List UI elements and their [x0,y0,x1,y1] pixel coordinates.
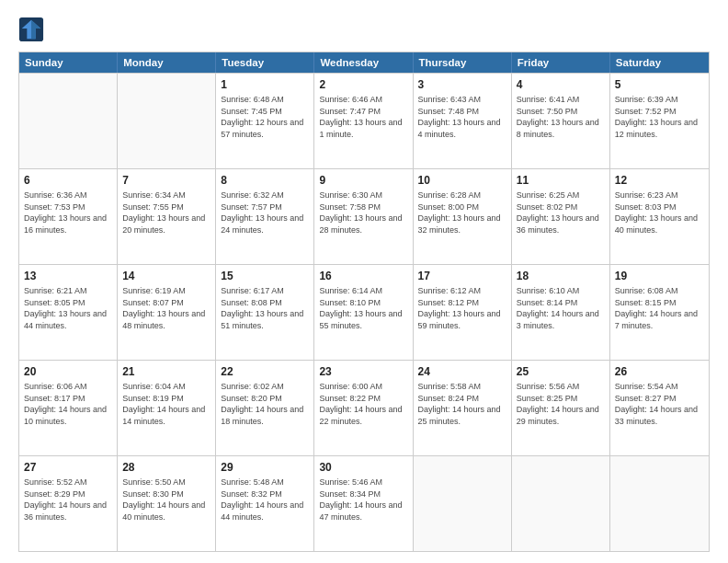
logo-icon [18,17,44,42]
calendar-header-cell: Friday [512,52,610,73]
day-detail: Sunrise: 6:02 AM Sunset: 8:20 PM Dayligh… [221,381,309,427]
calendar-header-cell: Monday [118,52,216,73]
day-number: 2 [319,77,407,92]
day-number: 8 [221,173,309,188]
calendar-body: 1Sunrise: 6:48 AM Sunset: 7:45 PM Daylig… [19,73,709,551]
calendar-cell: 21Sunrise: 6:04 AM Sunset: 8:19 PM Dayli… [118,361,216,455]
day-number: 13 [24,269,112,283]
calendar-cell: 22Sunrise: 6:02 AM Sunset: 8:20 PM Dayli… [216,361,314,455]
calendar-row: 20Sunrise: 6:06 AM Sunset: 8:17 PM Dayli… [19,360,709,455]
day-number: 25 [517,364,605,379]
day-number: 11 [517,173,605,188]
day-number: 14 [122,269,210,283]
day-number: 1 [221,77,309,92]
day-detail: Sunrise: 6:36 AM Sunset: 7:53 PM Dayligh… [24,190,112,236]
day-detail: Sunrise: 6:39 AM Sunset: 7:52 PM Dayligh… [615,94,704,140]
calendar: SundayMondayTuesdayWednesdayThursdayFrid… [18,52,710,552]
calendar-header-cell: Wednesday [314,52,413,73]
day-number: 21 [122,364,210,379]
calendar-cell: 14Sunrise: 6:19 AM Sunset: 8:07 PM Dayli… [118,265,216,360]
day-number: 10 [418,173,506,188]
calendar-cell: 30Sunrise: 5:46 AM Sunset: 8:34 PM Dayli… [314,456,413,551]
calendar-cell: 11Sunrise: 6:25 AM Sunset: 8:02 PM Dayli… [512,169,610,264]
calendar-cell [118,74,216,168]
day-detail: Sunrise: 6:48 AM Sunset: 7:45 PM Dayligh… [221,94,309,140]
calendar-cell: 24Sunrise: 5:58 AM Sunset: 8:24 PM Dayli… [414,361,512,455]
day-number: 12 [615,173,704,188]
calendar-cell: 23Sunrise: 6:00 AM Sunset: 8:22 PM Dayli… [314,361,413,455]
day-detail: Sunrise: 5:48 AM Sunset: 8:32 PM Dayligh… [221,477,309,523]
calendar-cell: 8Sunrise: 6:32 AM Sunset: 7:57 PM Daylig… [216,169,314,264]
day-detail: Sunrise: 6:21 AM Sunset: 8:05 PM Dayligh… [24,285,112,331]
calendar-row: 1Sunrise: 6:48 AM Sunset: 7:45 PM Daylig… [19,73,709,168]
calendar-cell: 18Sunrise: 6:10 AM Sunset: 8:14 PM Dayli… [512,265,610,360]
day-number: 26 [615,364,704,379]
calendar-cell: 13Sunrise: 6:21 AM Sunset: 8:05 PM Dayli… [19,265,118,360]
day-detail: Sunrise: 6:10 AM Sunset: 8:14 PM Dayligh… [517,285,605,331]
calendar-cell: 3Sunrise: 6:43 AM Sunset: 7:48 PM Daylig… [414,74,512,168]
day-detail: Sunrise: 5:46 AM Sunset: 8:34 PM Dayligh… [319,477,407,523]
day-detail: Sunrise: 6:19 AM Sunset: 8:07 PM Dayligh… [122,285,210,331]
calendar-header-cell: Saturday [610,52,709,73]
calendar-cell: 27Sunrise: 5:52 AM Sunset: 8:29 PM Dayli… [19,456,118,551]
calendar-cell: 7Sunrise: 6:34 AM Sunset: 7:55 PM Daylig… [118,169,216,264]
calendar-row: 6Sunrise: 6:36 AM Sunset: 7:53 PM Daylig… [19,168,709,264]
day-number: 15 [221,269,309,283]
day-detail: Sunrise: 6:30 AM Sunset: 7:58 PM Dayligh… [319,190,407,236]
day-number: 24 [418,364,506,379]
day-detail: Sunrise: 6:43 AM Sunset: 7:48 PM Dayligh… [418,94,506,140]
day-number: 7 [122,173,210,188]
calendar-cell: 6Sunrise: 6:36 AM Sunset: 7:53 PM Daylig… [19,169,118,264]
calendar-cell [19,74,118,168]
day-number: 19 [615,269,704,283]
calendar-cell: 4Sunrise: 6:41 AM Sunset: 7:50 PM Daylig… [512,74,610,168]
day-detail: Sunrise: 6:41 AM Sunset: 7:50 PM Dayligh… [517,94,605,140]
calendar-cell: 2Sunrise: 6:46 AM Sunset: 7:47 PM Daylig… [314,74,413,168]
calendar-row: 27Sunrise: 5:52 AM Sunset: 8:29 PM Dayli… [19,455,709,551]
day-number: 23 [319,364,407,379]
calendar-header-cell: Thursday [414,52,512,73]
day-number: 16 [319,269,407,283]
calendar-cell: 17Sunrise: 6:12 AM Sunset: 8:12 PM Dayli… [414,265,512,360]
calendar-header-cell: Tuesday [216,52,314,73]
calendar-cell: 28Sunrise: 5:50 AM Sunset: 8:30 PM Dayli… [118,456,216,551]
day-detail: Sunrise: 6:08 AM Sunset: 8:15 PM Dayligh… [615,285,704,331]
calendar-cell: 9Sunrise: 6:30 AM Sunset: 7:58 PM Daylig… [314,169,413,264]
day-number: 3 [418,77,506,92]
day-number: 18 [517,269,605,283]
calendar-cell [610,456,709,551]
day-number: 6 [24,173,112,188]
logo [18,17,48,42]
calendar-cell: 20Sunrise: 6:06 AM Sunset: 8:17 PM Dayli… [19,361,118,455]
day-number: 28 [122,460,210,475]
day-detail: Sunrise: 6:12 AM Sunset: 8:12 PM Dayligh… [418,285,506,331]
day-detail: Sunrise: 6:28 AM Sunset: 8:00 PM Dayligh… [418,190,506,236]
day-number: 30 [319,460,407,475]
calendar-header-cell: Sunday [19,52,118,73]
day-detail: Sunrise: 6:32 AM Sunset: 7:57 PM Dayligh… [221,190,309,236]
day-detail: Sunrise: 5:50 AM Sunset: 8:30 PM Dayligh… [122,477,210,523]
day-detail: Sunrise: 5:56 AM Sunset: 8:25 PM Dayligh… [517,381,605,427]
day-number: 17 [418,269,506,283]
day-detail: Sunrise: 6:46 AM Sunset: 7:47 PM Dayligh… [319,94,407,140]
calendar-cell [414,456,512,551]
day-detail: Sunrise: 6:23 AM Sunset: 8:03 PM Dayligh… [615,190,704,236]
day-detail: Sunrise: 6:04 AM Sunset: 8:19 PM Dayligh… [122,381,210,427]
day-detail: Sunrise: 6:06 AM Sunset: 8:17 PM Dayligh… [24,381,112,427]
calendar-cell: 10Sunrise: 6:28 AM Sunset: 8:00 PM Dayli… [414,169,512,264]
day-detail: Sunrise: 6:25 AM Sunset: 8:02 PM Dayligh… [517,190,605,236]
day-detail: Sunrise: 6:00 AM Sunset: 8:22 PM Dayligh… [319,381,407,427]
day-number: 29 [221,460,309,475]
day-detail: Sunrise: 5:52 AM Sunset: 8:29 PM Dayligh… [24,477,112,523]
calendar-cell: 12Sunrise: 6:23 AM Sunset: 8:03 PM Dayli… [610,169,709,264]
day-number: 27 [24,460,112,475]
calendar-header: SundayMondayTuesdayWednesdayThursdayFrid… [19,52,709,73]
day-detail: Sunrise: 6:34 AM Sunset: 7:55 PM Dayligh… [122,190,210,236]
page: SundayMondayTuesdayWednesdayThursdayFrid… [0,0,728,563]
day-number: 5 [615,77,704,92]
calendar-cell: 16Sunrise: 6:14 AM Sunset: 8:10 PM Dayli… [314,265,413,360]
calendar-cell: 29Sunrise: 5:48 AM Sunset: 8:32 PM Dayli… [216,456,314,551]
day-detail: Sunrise: 5:54 AM Sunset: 8:27 PM Dayligh… [615,381,704,427]
calendar-cell: 15Sunrise: 6:17 AM Sunset: 8:08 PM Dayli… [216,265,314,360]
header [18,17,710,42]
